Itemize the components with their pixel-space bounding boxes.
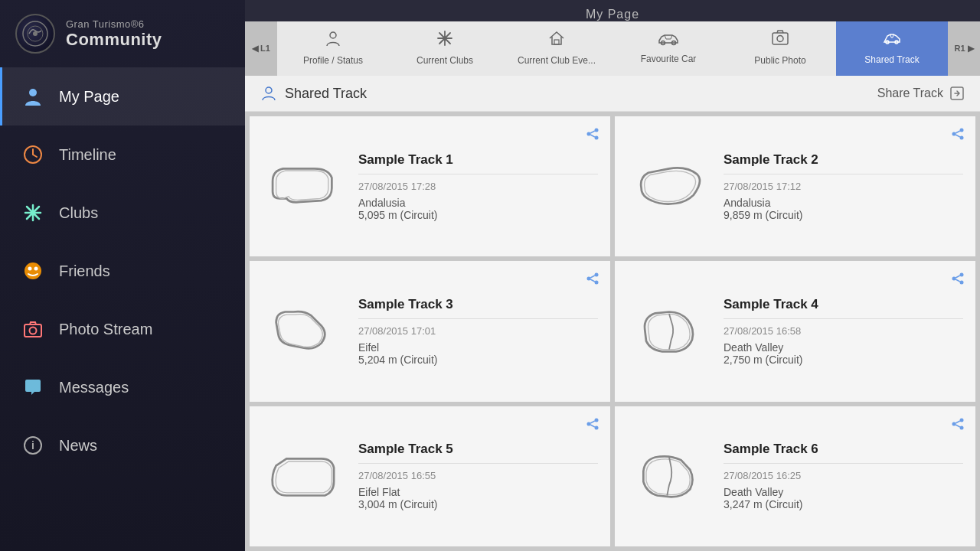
profile-tab-icon <box>324 29 342 52</box>
tab-shared-track[interactable]: Shared Track <box>836 21 948 76</box>
sidebar-item-friends[interactable]: Friends <box>0 242 245 300</box>
svg-rect-16 <box>773 33 788 44</box>
svg-line-35 <box>590 276 595 278</box>
svg-point-7 <box>34 267 38 271</box>
track-share-icon[interactable] <box>586 272 599 289</box>
clubs-tab-icon <box>436 29 454 52</box>
tab-prev-label: ◀ L1 <box>252 44 270 54</box>
svg-point-49 <box>960 425 964 429</box>
svg-point-29 <box>960 136 964 140</box>
track-date: 27/08/2015 16:58 <box>724 325 963 337</box>
track-share-icon[interactable] <box>951 127 965 145</box>
svg-line-45 <box>590 421 595 423</box>
sidebar-item-timeline[interactable]: Timeline <box>0 126 245 184</box>
track-location: Andalusia <box>724 197 963 209</box>
svg-line-26 <box>590 135 595 137</box>
person-icon <box>21 84 45 109</box>
friends-icon <box>21 259 45 283</box>
track-info: Sample Track 6 27/08/2015 16:25 Death Va… <box>724 442 963 510</box>
share-icon <box>949 86 965 101</box>
track-thumbnail <box>262 301 346 362</box>
track-info: Sample Track 1 27/08/2015 17:28 Andalusi… <box>358 152 598 221</box>
track-distance: 3,004 m (Circuit) <box>358 498 598 510</box>
page-title: My Page <box>586 8 639 21</box>
svg-point-5 <box>24 262 41 279</box>
svg-point-17 <box>777 36 783 42</box>
svg-point-3 <box>29 89 37 96</box>
tab-prev-button[interactable]: ◀ L1 <box>245 21 277 76</box>
tab-current-clubs[interactable]: Current Clubs <box>389 21 501 76</box>
track-location: Eifel <box>358 341 598 354</box>
track-divider <box>358 463 598 464</box>
track-card[interactable]: Sample Track 2 27/08/2015 17:12 Andalusi… <box>615 116 975 256</box>
svg-point-23 <box>587 132 591 136</box>
track-date: 27/08/2015 17:12 <box>724 181 963 192</box>
logo-text: Gran Turismo®6 Community <box>66 18 162 50</box>
tab-public-photo[interactable]: Public Photo <box>724 21 836 76</box>
sidebar-item-label: Clubs <box>59 204 98 222</box>
track-divider <box>358 318 598 319</box>
sidebar-item-clubs[interactable]: Clubs <box>0 184 245 242</box>
camera-icon <box>21 317 45 341</box>
track-share-icon[interactable] <box>951 417 965 435</box>
track-grid: Sample Track 1 27/08/2015 17:28 Andalusi… <box>245 112 980 551</box>
tab-events-label: Current Club Eve... <box>518 55 596 66</box>
svg-rect-8 <box>24 324 41 337</box>
track-card[interactable]: Sample Track 5 27/08/2015 16:55 Eifel Fl… <box>250 406 610 546</box>
app-logo: Gran Turismo®6 Community <box>0 0 245 67</box>
sidebar-item-my-page[interactable]: My Page <box>0 67 245 126</box>
sidebar-item-label: My Page <box>59 88 119 106</box>
track-distance: 5,095 m (Circuit) <box>358 209 598 221</box>
tab-bar: ◀ L1 Profile / Status Current Clubs <box>245 21 980 76</box>
track-info: Sample Track 5 27/08/2015 16:55 Eifel Fl… <box>358 442 598 510</box>
track-divider <box>358 174 598 174</box>
svg-point-42 <box>595 418 599 422</box>
track-name: Sample Track 1 <box>358 152 598 168</box>
svg-point-48 <box>952 422 956 425</box>
track-share-icon[interactable] <box>586 127 599 145</box>
track-thumbnail <box>627 445 711 507</box>
svg-line-31 <box>956 135 960 137</box>
logo-icon <box>15 14 55 54</box>
track-name: Sample Track 4 <box>724 297 963 312</box>
photo-tab-icon <box>771 29 789 52</box>
track-card[interactable]: Sample Track 4 27/08/2015 16:58 Death Va… <box>615 261 975 401</box>
news-icon: i <box>21 433 45 458</box>
svg-rect-13 <box>554 40 559 44</box>
track-card[interactable]: Sample Track 3 27/08/2015 17:01 Eifel 5,… <box>250 261 610 401</box>
svg-line-25 <box>590 131 595 133</box>
track-thumbnail <box>627 156 711 217</box>
track-location: Andalusia <box>358 197 598 209</box>
svg-point-12 <box>330 32 336 38</box>
sidebar-item-label: News <box>59 437 97 455</box>
tab-profile-label: Profile / Status <box>303 55 363 66</box>
share-track-button[interactable]: Share Track <box>877 86 965 101</box>
track-divider <box>724 174 963 174</box>
tab-profile[interactable]: Profile / Status <box>277 21 389 76</box>
page-header: My Page <box>245 0 980 21</box>
tab-favourite-car[interactable]: Favourite Car <box>612 21 724 76</box>
track-divider <box>724 318 963 319</box>
svg-point-39 <box>960 281 964 285</box>
tab-clubs-label: Current Clubs <box>416 55 473 66</box>
track-card[interactable]: Sample Track 6 27/08/2015 16:25 Death Va… <box>615 406 975 546</box>
tab-next-button[interactable]: R1 ▶ <box>948 21 980 76</box>
svg-text:i: i <box>31 439 34 452</box>
track-date: 27/08/2015 17:28 <box>358 181 598 192</box>
svg-line-50 <box>956 421 960 423</box>
track-location: Death Valley <box>724 341 963 354</box>
tab-photo-label: Public Photo <box>754 55 805 66</box>
track-share-icon[interactable] <box>586 417 599 435</box>
sidebar-item-news[interactable]: i News <box>0 416 245 474</box>
svg-point-33 <box>587 277 591 281</box>
track-card[interactable]: Sample Track 1 27/08/2015 17:28 Andalusi… <box>250 116 610 256</box>
track-share-icon[interactable] <box>951 272 965 289</box>
sidebar-item-photo-stream[interactable]: Photo Stream <box>0 300 245 358</box>
sidebar-item-label: Photo Stream <box>59 321 152 338</box>
svg-point-2 <box>33 31 38 36</box>
sidebar-item-messages[interactable]: Messages <box>0 358 245 416</box>
track-thumbnail <box>627 301 711 362</box>
svg-point-28 <box>952 132 956 136</box>
section-icon <box>260 85 277 102</box>
tab-club-events[interactable]: Current Club Eve... <box>501 21 612 76</box>
